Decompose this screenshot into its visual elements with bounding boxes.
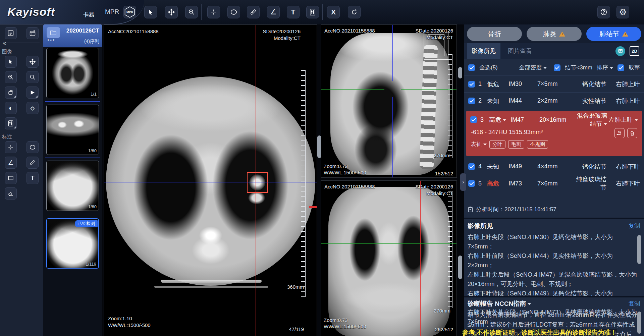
nodule-row-3-header[interactable]: 3 高危 IM47 20×16mm 混合磨玻璃结节 左肺上叶 [466,111,642,128]
ruler-tool-button[interactable] [247,6,260,18]
series-header[interactable]: 20200126CT *** (4)序列 [43,24,102,47]
nodule-row-2[interactable]: 2 未知 IM44 2×2mm 实性结节 右肺上叶 [464,93,644,109]
crosshair-horizontal-blue[interactable] [104,182,317,182]
chevron-down-icon [503,119,506,121]
series-thumbnail-scout[interactable]: 1/1 [46,48,99,98]
open-study-button[interactable] [47,27,60,38]
rotate-tool-button[interactable] [5,87,17,99]
density-filter-dropdown[interactable]: 全部密度 [519,64,547,71]
tab-image-view[interactable]: 图片查看 [504,43,536,59]
series-thumbnail-selected[interactable]: 已经检测 1/119 [46,218,99,269]
rectangle-annotation-button[interactable] [5,172,17,184]
crosshair-vertical-blue[interactable] [392,25,393,81]
help-icon [600,8,607,16]
trait-chip[interactable]: 不规则 [527,140,548,149]
preset-wwwl-button[interactable] [5,117,17,129]
traits-dropdown[interactable]: 表征 [471,141,487,148]
tab-lung-nodule[interactable]: 肺结节 [586,27,641,41]
nodule-checkbox[interactable] [468,81,475,88]
sagittal-viewport[interactable]: AccNO:202101158888 SDate:20200126 Modali… [321,24,457,178]
sagittal-scrollbar-thumb[interactable] [458,67,462,78]
settings-button[interactable]: ⚙ [616,6,629,18]
window-level-icon [309,8,316,16]
nodule-checkbox[interactable] [468,98,475,104]
reset-button[interactable] [348,6,361,18]
tab-pneumonia[interactable]: 肺炎 [527,27,582,41]
risk-level: 未知 [487,163,508,171]
small-nodule-checkbox[interactable] [554,64,560,71]
trait-chip[interactable]: 毛刺 [508,140,524,149]
wwwl-tool-button[interactable] [306,6,319,18]
crosshair-vertical-red[interactable] [256,25,256,336]
crosshair-vertical-blue[interactable] [392,97,393,178]
copy-findings-link[interactable]: 复制 [629,222,640,230]
nodule-row-3-expanded[interactable]: 3 高危 IM47 20×16mm 混合磨玻璃结节 左肺上叶 -618 - 34… [466,111,642,156]
locate-nodule-button[interactable] [614,128,625,138]
series-thumbnail-lung[interactable]: 1/60 [46,161,99,211]
point-annotation-button[interactable] [5,141,17,153]
magnify-tool-button[interactable] [26,71,39,83]
trait-chip[interactable]: 分叶 [489,140,505,149]
round-checkbox[interactable] [618,64,624,71]
nodule-type-dropdown[interactable]: 混合磨玻璃结节 [577,112,607,128]
eraser-button[interactable] [5,187,17,200]
series-thumbnail-mediastinal[interactable]: 1/60 [46,105,99,155]
findings-scrollbar-thumb[interactable] [637,235,641,264]
pan-tool-button[interactable] [26,56,39,68]
nodule-row-4[interactable]: 4 未知 IM49 4×4mm 钙化结节 右肺下叶 [464,158,644,175]
panel-expand-handle[interactable]: › [460,173,466,191]
text-annotation-button[interactable]: T [26,172,39,184]
coronal-viewport[interactable]: AccNO:202101158888 SDate:20200126 Modali… [321,180,457,336]
nodule-checkbox[interactable] [468,163,475,170]
layout-close-button[interactable] [26,27,39,39]
coronal-scrollbar-thumb[interactable] [458,256,462,279]
sort-dropdown[interactable]: 排序 [597,64,613,71]
zoom-tool-button[interactable] [185,6,198,18]
tab-fracture[interactable]: 骨折 [467,27,522,41]
pan-tool-button[interactable] [165,6,178,18]
help-button[interactable] [597,6,610,18]
2d-view-button[interactable]: 2D [630,46,639,56]
round-label[interactable]: 取整 [629,64,640,71]
nodule-roi-box[interactable] [247,172,268,193]
cursor-tool-button[interactable] [144,6,157,18]
ellipse-tool-button[interactable] [227,6,240,18]
toolbar-separator [322,4,323,20]
ruler-annotation-button[interactable] [26,157,39,169]
report-scrollbar-thumb[interactable] [637,312,641,334]
select-all-checkbox[interactable] [468,64,475,71]
feedback-button[interactable] [615,46,625,56]
invert-tool-button[interactable]: ◐ [5,102,17,114]
delete-nodule-button[interactable] [627,128,637,138]
risk-level-dropdown[interactable]: 高危 [489,116,511,124]
angle-annotation-button[interactable]: ∠ [5,157,17,169]
report-list-button[interactable] [5,27,17,39]
cursor-tool-button[interactable] [5,56,17,68]
close-tool-button[interactable]: X [327,6,340,18]
nodule-checkbox[interactable] [470,116,477,123]
axial-viewport[interactable]: AccNO:202101158888 SDate:20200126 Modali… [104,24,317,336]
small-nodule-label[interactable]: 结节<3mm [565,64,592,71]
select-all-label[interactable]: 全选(5) [479,64,498,71]
mpr-layout-button[interactable]: MPR [123,6,136,18]
tab-findings[interactable]: 影像所见 [467,43,500,59]
risk-level: 高危 [487,179,508,187]
nodule-row-5[interactable]: 5 高危 IM73 7×6mm 纯磨玻璃结节 右肺下叶 [464,175,644,192]
cine-play-button[interactable] [26,87,39,99]
image-number: IM30 [508,80,537,88]
text-tool-button[interactable]: T [287,6,300,18]
zoom-in-tool-button[interactable] [5,71,17,83]
crosshair-horizontal-green[interactable] [321,243,457,244]
collapse-panel-chevron[interactable]: « [3,39,6,47]
crosshair-vertical-red[interactable] [420,181,421,336]
crosshair-horizontal-green[interactable] [321,89,384,90]
left-tool-sidebar: « 图像 ◐ ☼ 标注 [0,24,43,336]
angle-tool-button[interactable]: ∠ [267,6,280,18]
crosshair-tool-button[interactable] [207,6,220,18]
nodule-row-1[interactable]: 1 低危 IM30 7×5mm 钙化结节 右肺上叶 [464,76,644,93]
copy-report-link[interactable]: 复制 [629,300,640,307]
brightness-tool-button[interactable]: ☼ [26,102,39,114]
nodule-location-dropdown[interactable]: 左肺上叶 [607,116,638,124]
nodule-checkbox[interactable] [468,180,475,187]
ellipse-annotation-button[interactable] [26,141,39,153]
